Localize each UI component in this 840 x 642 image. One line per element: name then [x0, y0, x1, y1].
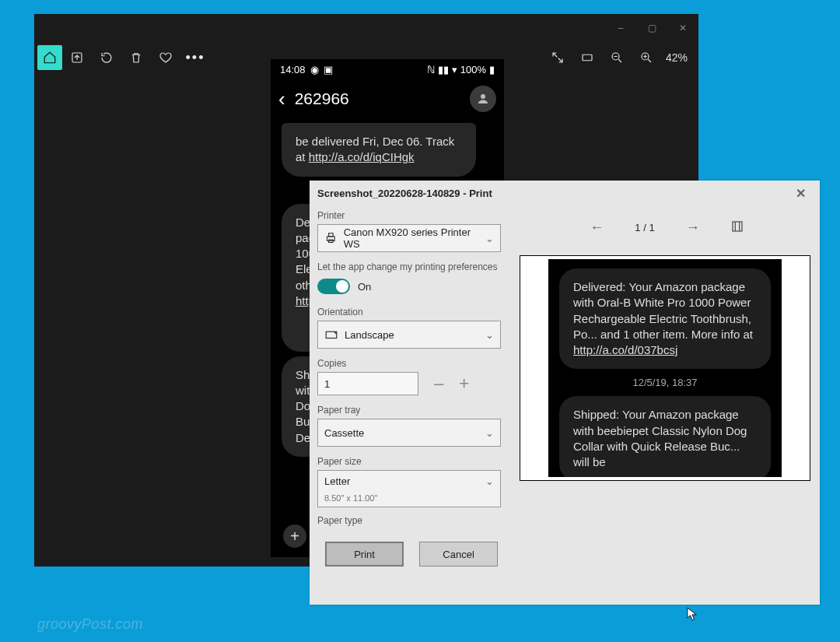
delete-icon[interactable]	[121, 43, 151, 72]
copies-decrease-button[interactable]: –	[434, 374, 443, 394]
status-bar: 14:08 ◉ ▣ ℕ ▮▮ ▾ 100% ▮	[271, 59, 504, 79]
avatar[interactable]	[470, 86, 496, 112]
conversation-header: ‹ 262966	[271, 79, 504, 118]
back-icon[interactable]: ‹	[278, 87, 285, 111]
add-attachment-icon[interactable]: +	[283, 524, 306, 548]
titlebar: – ▢ ✕	[34, 14, 698, 42]
svg-rect-9	[733, 222, 742, 231]
printer-icon	[324, 231, 338, 245]
chevron-down-icon: ⌄	[485, 427, 494, 439]
watermark: groovyPost.com	[37, 616, 143, 633]
expand-icon[interactable]	[543, 43, 572, 72]
paper-size-label: Paper size	[317, 456, 501, 467]
zoom-out-icon[interactable]	[602, 43, 632, 72]
status-icon: ◉	[310, 64, 319, 75]
copies-input[interactable]: 1	[317, 372, 418, 395]
copies-increase-button[interactable]: +	[459, 374, 469, 394]
cancel-button[interactable]: Cancel	[419, 542, 498, 567]
favorite-icon[interactable]	[151, 43, 180, 72]
status-icon: ▣	[324, 64, 333, 75]
status-time: 14:08	[280, 64, 306, 75]
landscape-icon	[324, 328, 338, 342]
share-icon[interactable]	[62, 43, 92, 72]
zoom-level: 42%	[666, 51, 688, 64]
close-icon[interactable]: ✕	[789, 183, 812, 204]
battery-icon: ▮	[489, 64, 495, 75]
zoom-in-icon[interactable]	[632, 43, 661, 72]
paper-type-label: Paper type	[317, 515, 501, 526]
more-icon[interactable]: •••	[180, 43, 210, 72]
print-options-panel: Printer Canon MX920 series Printer WS ⌄ …	[310, 205, 513, 605]
paper-size-select[interactable]: Letter⌄ 8.50" x 11.00"	[317, 470, 501, 507]
rotate-icon[interactable]	[92, 43, 121, 72]
chevron-down-icon: ⌄	[485, 233, 494, 244]
print-dialog-title: Screenshot_20220628-140829 - Print ✕	[310, 181, 820, 205]
prev-page-icon[interactable]: ←	[590, 219, 604, 236]
paper-tray-select[interactable]: Cassette ⌄	[317, 419, 501, 447]
chevron-down-icon: ⌄	[485, 475, 494, 487]
preview-pager: ← 1 / 1 →	[513, 205, 820, 249]
printer-select[interactable]: Canon MX920 series Printer WS ⌄	[317, 224, 501, 252]
fit-page-icon[interactable]	[731, 220, 744, 235]
page-indicator: 1 / 1	[635, 222, 654, 233]
conversation-title: 262966	[295, 89, 349, 108]
svg-rect-1	[583, 54, 592, 61]
paper-tray-label: Paper tray	[317, 405, 501, 416]
next-page-icon[interactable]: →	[686, 219, 700, 236]
print-dialog: Screenshot_20220628-140829 - Print ✕ Pri…	[310, 181, 820, 605]
print-preview-panel: ← 1 / 1 → Delivered: Your Amazon package…	[513, 205, 820, 605]
copies-label: Copies	[317, 358, 501, 369]
home-icon[interactable]	[37, 45, 62, 70]
signal-icon: ▮▮	[438, 64, 449, 75]
chevron-down-icon: ⌄	[485, 329, 494, 341]
wifi-icon: ▾	[452, 64, 457, 75]
orientation-select[interactable]: Landscape ⌄	[317, 321, 501, 349]
preferences-toggle[interactable]	[317, 279, 350, 294]
preferences-state: On	[358, 281, 371, 293]
printer-label: Printer	[317, 210, 501, 221]
window-maximize-button[interactable]: ▢	[636, 14, 667, 42]
preferences-label: Let the app change my printing preferenc…	[317, 261, 501, 272]
dialog-footer: Print Cancel	[317, 532, 506, 576]
nfc-icon: ℕ	[427, 64, 435, 75]
mouse-cursor	[687, 607, 698, 621]
message-bubble: be delivered Fri, Dec 06. Track at http:…	[282, 123, 476, 177]
battery-text: 100%	[460, 64, 486, 75]
orientation-label: Orientation	[317, 307, 501, 317]
window-minimize-button[interactable]: –	[605, 14, 636, 42]
svg-rect-5	[327, 237, 334, 241]
svg-rect-6	[329, 233, 334, 237]
svg-point-4	[481, 94, 485, 99]
aspect-icon[interactable]	[572, 43, 602, 72]
print-preview: Delivered: Your Amazon package with Oral…	[520, 255, 810, 481]
print-button[interactable]: Print	[325, 542, 404, 567]
window-close-button[interactable]: ✕	[667, 14, 698, 42]
